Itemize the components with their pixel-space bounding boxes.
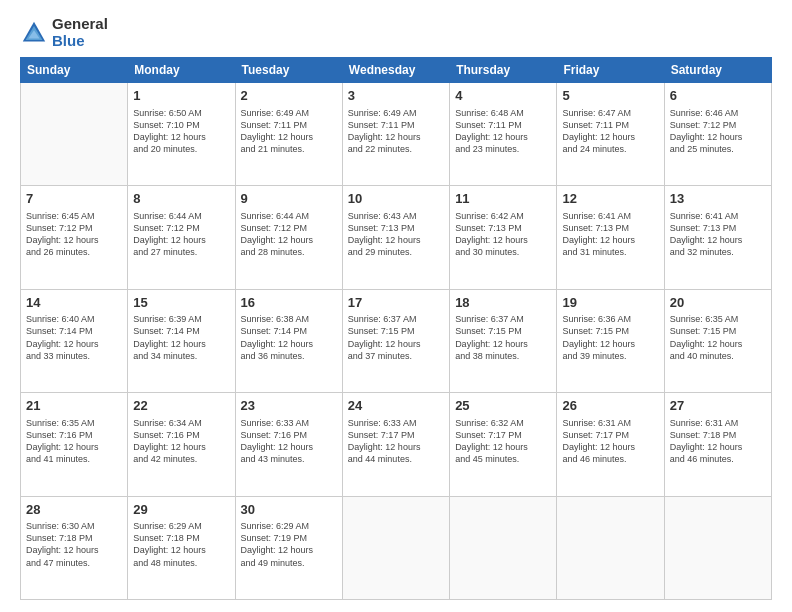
calendar-cell: 6Sunrise: 6:46 AMSunset: 7:12 PMDaylight… (664, 83, 771, 186)
day-number: 2 (241, 87, 337, 105)
day-number: 21 (26, 397, 122, 415)
day-number: 26 (562, 397, 658, 415)
day-info: Sunrise: 6:46 AMSunset: 7:12 PMDaylight:… (670, 107, 766, 156)
day-number: 4 (455, 87, 551, 105)
day-info: Sunrise: 6:41 AMSunset: 7:13 PMDaylight:… (562, 210, 658, 259)
calendar-table: SundayMondayTuesdayWednesdayThursdayFrid… (20, 57, 772, 600)
day-number: 7 (26, 190, 122, 208)
calendar-cell: 27Sunrise: 6:31 AMSunset: 7:18 PMDayligh… (664, 393, 771, 496)
calendar-cell: 16Sunrise: 6:38 AMSunset: 7:14 PMDayligh… (235, 289, 342, 392)
day-info: Sunrise: 6:45 AMSunset: 7:12 PMDaylight:… (26, 210, 122, 259)
header: General Blue (20, 16, 772, 49)
calendar-cell: 2Sunrise: 6:49 AMSunset: 7:11 PMDaylight… (235, 83, 342, 186)
day-info: Sunrise: 6:34 AMSunset: 7:16 PMDaylight:… (133, 417, 229, 466)
calendar-cell (450, 496, 557, 599)
calendar-cell: 14Sunrise: 6:40 AMSunset: 7:14 PMDayligh… (21, 289, 128, 392)
day-info: Sunrise: 6:43 AMSunset: 7:13 PMDaylight:… (348, 210, 444, 259)
day-header-thursday: Thursday (450, 58, 557, 83)
calendar-cell: 12Sunrise: 6:41 AMSunset: 7:13 PMDayligh… (557, 186, 664, 289)
day-number: 12 (562, 190, 658, 208)
calendar-cell: 20Sunrise: 6:35 AMSunset: 7:15 PMDayligh… (664, 289, 771, 392)
day-number: 1 (133, 87, 229, 105)
day-number: 17 (348, 294, 444, 312)
logo: General Blue (20, 16, 108, 49)
calendar-cell: 13Sunrise: 6:41 AMSunset: 7:13 PMDayligh… (664, 186, 771, 289)
day-header-friday: Friday (557, 58, 664, 83)
calendar-cell: 23Sunrise: 6:33 AMSunset: 7:16 PMDayligh… (235, 393, 342, 496)
calendar-cell: 25Sunrise: 6:32 AMSunset: 7:17 PMDayligh… (450, 393, 557, 496)
day-info: Sunrise: 6:42 AMSunset: 7:13 PMDaylight:… (455, 210, 551, 259)
calendar-cell (342, 496, 449, 599)
calendar-cell: 11Sunrise: 6:42 AMSunset: 7:13 PMDayligh… (450, 186, 557, 289)
day-info: Sunrise: 6:35 AMSunset: 7:15 PMDaylight:… (670, 313, 766, 362)
calendar-cell: 3Sunrise: 6:49 AMSunset: 7:11 PMDaylight… (342, 83, 449, 186)
day-header-sunday: Sunday (21, 58, 128, 83)
calendar-cell: 5Sunrise: 6:47 AMSunset: 7:11 PMDaylight… (557, 83, 664, 186)
day-number: 6 (670, 87, 766, 105)
day-header-wednesday: Wednesday (342, 58, 449, 83)
calendar-cell: 26Sunrise: 6:31 AMSunset: 7:17 PMDayligh… (557, 393, 664, 496)
day-info: Sunrise: 6:32 AMSunset: 7:17 PMDaylight:… (455, 417, 551, 466)
day-number: 18 (455, 294, 551, 312)
day-number: 8 (133, 190, 229, 208)
day-info: Sunrise: 6:49 AMSunset: 7:11 PMDaylight:… (348, 107, 444, 156)
day-number: 10 (348, 190, 444, 208)
day-info: Sunrise: 6:38 AMSunset: 7:14 PMDaylight:… (241, 313, 337, 362)
calendar-cell: 17Sunrise: 6:37 AMSunset: 7:15 PMDayligh… (342, 289, 449, 392)
day-number: 16 (241, 294, 337, 312)
calendar-cell: 4Sunrise: 6:48 AMSunset: 7:11 PMDaylight… (450, 83, 557, 186)
calendar-cell: 18Sunrise: 6:37 AMSunset: 7:15 PMDayligh… (450, 289, 557, 392)
day-number: 11 (455, 190, 551, 208)
day-info: Sunrise: 6:31 AMSunset: 7:17 PMDaylight:… (562, 417, 658, 466)
calendar-cell: 30Sunrise: 6:29 AMSunset: 7:19 PMDayligh… (235, 496, 342, 599)
day-number: 27 (670, 397, 766, 415)
day-header-monday: Monday (128, 58, 235, 83)
calendar-cell: 10Sunrise: 6:43 AMSunset: 7:13 PMDayligh… (342, 186, 449, 289)
day-info: Sunrise: 6:30 AMSunset: 7:18 PMDaylight:… (26, 520, 122, 569)
day-info: Sunrise: 6:33 AMSunset: 7:17 PMDaylight:… (348, 417, 444, 466)
day-info: Sunrise: 6:29 AMSunset: 7:18 PMDaylight:… (133, 520, 229, 569)
day-info: Sunrise: 6:40 AMSunset: 7:14 PMDaylight:… (26, 313, 122, 362)
day-number: 13 (670, 190, 766, 208)
calendar-cell: 19Sunrise: 6:36 AMSunset: 7:15 PMDayligh… (557, 289, 664, 392)
day-info: Sunrise: 6:49 AMSunset: 7:11 PMDaylight:… (241, 107, 337, 156)
day-number: 28 (26, 501, 122, 519)
page: General Blue SundayMondayTuesdayWednesda… (0, 0, 792, 612)
day-info: Sunrise: 6:37 AMSunset: 7:15 PMDaylight:… (348, 313, 444, 362)
day-number: 5 (562, 87, 658, 105)
day-number: 20 (670, 294, 766, 312)
day-info: Sunrise: 6:39 AMSunset: 7:14 PMDaylight:… (133, 313, 229, 362)
calendar-cell: 22Sunrise: 6:34 AMSunset: 7:16 PMDayligh… (128, 393, 235, 496)
calendar-cell: 29Sunrise: 6:29 AMSunset: 7:18 PMDayligh… (128, 496, 235, 599)
day-number: 9 (241, 190, 337, 208)
day-info: Sunrise: 6:37 AMSunset: 7:15 PMDaylight:… (455, 313, 551, 362)
day-info: Sunrise: 6:31 AMSunset: 7:18 PMDaylight:… (670, 417, 766, 466)
calendar-cell (664, 496, 771, 599)
day-number: 15 (133, 294, 229, 312)
calendar-cell: 15Sunrise: 6:39 AMSunset: 7:14 PMDayligh… (128, 289, 235, 392)
logo-text: General Blue (52, 16, 108, 49)
day-info: Sunrise: 6:50 AMSunset: 7:10 PMDaylight:… (133, 107, 229, 156)
day-number: 24 (348, 397, 444, 415)
calendar-cell: 21Sunrise: 6:35 AMSunset: 7:16 PMDayligh… (21, 393, 128, 496)
calendar-cell (557, 496, 664, 599)
day-number: 22 (133, 397, 229, 415)
day-info: Sunrise: 6:41 AMSunset: 7:13 PMDaylight:… (670, 210, 766, 259)
calendar-cell: 1Sunrise: 6:50 AMSunset: 7:10 PMDaylight… (128, 83, 235, 186)
day-number: 29 (133, 501, 229, 519)
calendar-cell: 8Sunrise: 6:44 AMSunset: 7:12 PMDaylight… (128, 186, 235, 289)
day-number: 3 (348, 87, 444, 105)
day-info: Sunrise: 6:36 AMSunset: 7:15 PMDaylight:… (562, 313, 658, 362)
logo-icon (20, 19, 48, 47)
day-info: Sunrise: 6:29 AMSunset: 7:19 PMDaylight:… (241, 520, 337, 569)
day-number: 25 (455, 397, 551, 415)
calendar-cell: 9Sunrise: 6:44 AMSunset: 7:12 PMDaylight… (235, 186, 342, 289)
day-number: 14 (26, 294, 122, 312)
day-info: Sunrise: 6:48 AMSunset: 7:11 PMDaylight:… (455, 107, 551, 156)
calendar-cell (21, 83, 128, 186)
day-info: Sunrise: 6:33 AMSunset: 7:16 PMDaylight:… (241, 417, 337, 466)
day-info: Sunrise: 6:44 AMSunset: 7:12 PMDaylight:… (133, 210, 229, 259)
day-info: Sunrise: 6:47 AMSunset: 7:11 PMDaylight:… (562, 107, 658, 156)
calendar-cell: 7Sunrise: 6:45 AMSunset: 7:12 PMDaylight… (21, 186, 128, 289)
day-header-tuesday: Tuesday (235, 58, 342, 83)
